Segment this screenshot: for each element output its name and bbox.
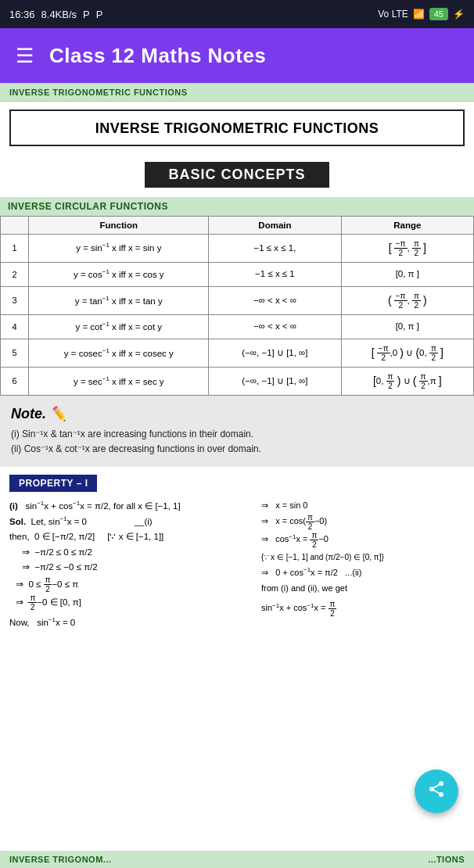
property-content: (i) sin−1x + cos−1x = π/2, for all x ∈ […: [9, 498, 465, 631]
row-domain: (−∞, −1] ∪ [1, ∞]: [209, 339, 341, 368]
share-icon: [427, 780, 446, 803]
note-section: Note. ✏️ (i) Sin⁻¹x & tan⁻¹x are increas…: [0, 396, 474, 466]
row-domain: (−∞, −1] ∪ [1, ∞]: [209, 368, 341, 396]
prop-line-8: Now, sin−1x = 0: [9, 615, 253, 630]
prop-line-5: ⇒ −π/2 ≤ −0 ≤ π/2: [9, 560, 253, 576]
row-range: [0, π2 ) ∪ ( π2,π ]: [341, 368, 473, 396]
main-title-box: INVERSE TRIGONOMETRIC FUNCTIONS: [9, 109, 465, 146]
row-num: 6: [1, 368, 29, 396]
row-func: y = cos−1 x iff x = cos y: [29, 263, 209, 287]
note-text: (i) Sin⁻¹x & tan⁻¹x are increasing funct…: [11, 427, 463, 457]
prop-right-7: sin−1x + cos−1x = π2: [261, 600, 465, 618]
carrier: Vo LTE: [378, 9, 408, 20]
share-fab[interactable]: [415, 769, 458, 813]
section-header: INVERSE CIRCULAR FUNCTIONS: [0, 197, 474, 216]
battery-indicator: 45: [429, 8, 448, 20]
table-row: 3 y = tan−1 x iff x = tan y −∞ < x < ∞ (…: [1, 287, 474, 315]
row-num: 3: [1, 287, 29, 315]
p-icon-1: P: [83, 9, 90, 20]
col-domain: Domain: [209, 217, 341, 235]
table-row: 2 y = cos−1 x iff x = cos y −1 ≤ x ≤ 1 […: [1, 263, 474, 287]
row-domain: −1 ≤ x ≤ 1,: [209, 235, 341, 263]
prop-line-2: Sol. Let, sin−1x = 0 __(i): [9, 514, 253, 529]
col-num: [1, 217, 29, 235]
bottom-right: ...TIONS: [428, 855, 465, 864]
charging-icon: ⚡: [453, 9, 465, 20]
main-title-text: INVERSE TRIGONOMETRIC FUNCTIONS: [19, 120, 455, 137]
row-range: ( −π2, π2 ): [341, 287, 473, 315]
time: 16:36: [9, 9, 35, 20]
concepts-label: BASIC CONCEPTS: [145, 162, 329, 188]
top-label-text: INVERSE TRIGONOMETRIC FUNCTIONS: [9, 88, 188, 97]
bottom-left: INVERSE TRIGONOM...: [9, 855, 112, 864]
property-left: (i) sin−1x + cos−1x = π/2, for all x ∈ […: [9, 498, 253, 631]
prop-right-4: {∵ x ∈ [−1, 1] and (π/2−0) ∈ [0, π]}: [261, 551, 465, 565]
note-line-2: (ii) Cos⁻¹x & cot⁻¹x are decreasing func…: [11, 442, 463, 457]
pencil-icon: ✏️: [49, 405, 66, 422]
prop-line-7: ⇒ π2−0 ∈ [0, π]: [9, 594, 253, 612]
row-func: y = cosec−1 x iff x = cosec y: [29, 339, 209, 368]
header-title: Class 12 Maths Notes: [49, 44, 266, 68]
table-row: 6 y = sec−1 x iff x = sec y (−∞, −1] ∪ […: [1, 368, 474, 396]
signal-icon: 📶: [413, 9, 425, 20]
col-range: Range: [341, 217, 473, 235]
prop-right-1: ⇒ x = sin 0: [261, 498, 465, 514]
bottom-bar: INVERSE TRIGONOM... ...TIONS: [0, 851, 474, 868]
svg-line-4: [434, 785, 440, 788]
row-num: 2: [1, 263, 29, 287]
prop-line-1: (i) sin−1x + cos−1x = π/2, for all x ∈ […: [9, 498, 253, 514]
table-row: 1 y = sin−1 x iff x = sin y −1 ≤ x ≤ 1, …: [1, 235, 474, 263]
concepts-container: BASIC CONCEPTS: [9, 154, 465, 191]
row-func: y = sec−1 x iff x = sec y: [29, 368, 209, 396]
note-label: Note.: [11, 406, 46, 422]
prop-right-3: ⇒ cos−1x = π2−0: [261, 531, 465, 549]
row-num: 1: [1, 235, 29, 263]
top-label-bar: INVERSE TRIGONOMETRIC FUNCTIONS: [0, 83, 474, 102]
functions-table: Function Domain Range 1 y = sin−1 x iff …: [0, 216, 474, 396]
note-line-1: (i) Sin⁻¹x & tan⁻¹x are increasing funct…: [11, 427, 463, 442]
property-section: PROPERTY – I (i) sin−1x + cos−1x = π/2, …: [0, 467, 474, 639]
svg-point-1: [429, 787, 434, 791]
status-right: Vo LTE 📶 45 ⚡: [378, 8, 465, 20]
status-bar: 16:36 8.4KB/s P P Vo LTE 📶 45 ⚡: [0, 0, 474, 28]
prop-right-2: ⇒ x = cos(π2−0): [261, 513, 465, 531]
table-row: 5 y = cosec−1 x iff x = cosec y (−∞, −1]…: [1, 339, 474, 368]
p-icon-2: P: [96, 9, 103, 20]
prop-line-3: then, 0 ∈ [−π/2, π/2] [∵ x ∈ [−1, 1]]: [9, 529, 253, 545]
note-header: Note. ✏️: [11, 405, 463, 422]
prop-right-5: ⇒ 0 + cos−1x = π/2 ...(ii): [261, 565, 465, 580]
row-num: 4: [1, 315, 29, 339]
svg-point-0: [439, 781, 443, 786]
row-func: y = sin−1 x iff x = sin y: [29, 235, 209, 263]
row-range: [ −π2,0 ) ∪ (0, π2 ]: [341, 339, 473, 368]
app-header: ☰ Class 12 Maths Notes: [0, 28, 474, 83]
row-func: y = cot−1 x iff x = cot y: [29, 315, 209, 339]
svg-point-2: [439, 792, 443, 797]
network-speed: 8.4KB/s: [41, 9, 77, 20]
row-num: 5: [1, 339, 29, 368]
row-range: [0, π ]: [341, 315, 473, 339]
property-right: ⇒ x = sin 0 ⇒ x = cos(π2−0) ⇒ cos−1x = π…: [261, 498, 465, 631]
prop-right-6: from (i) and (ii), we get: [261, 581, 465, 597]
menu-button[interactable]: ☰: [16, 44, 34, 68]
row-domain: −∞ < x < ∞: [209, 287, 341, 315]
row-domain: −∞ < x < ∞: [209, 315, 341, 339]
row-func: y = tan−1 x iff x = tan y: [29, 287, 209, 315]
table-row: 4 y = cot−1 x iff x = cot y −∞ < x < ∞ […: [1, 315, 474, 339]
prop-line-4: ⇒ −π/2 ≤ 0 ≤ π/2: [9, 545, 253, 561]
row-range: [0, π ]: [341, 263, 473, 287]
row-domain: −1 ≤ x ≤ 1: [209, 263, 341, 287]
row-range: [ −π2, π2 ]: [341, 235, 473, 263]
property-badge: PROPERTY – I: [9, 475, 97, 492]
status-left: 16:36 8.4KB/s P P: [9, 9, 102, 20]
main-content: INVERSE TRIGONOMETRIC FUNCTIONS INVERSE …: [0, 83, 474, 638]
prop-line-6: ⇒ 0 ≤ π2−0 ≤ π: [9, 576, 253, 594]
col-function: Function: [29, 217, 209, 235]
svg-line-3: [434, 791, 440, 794]
